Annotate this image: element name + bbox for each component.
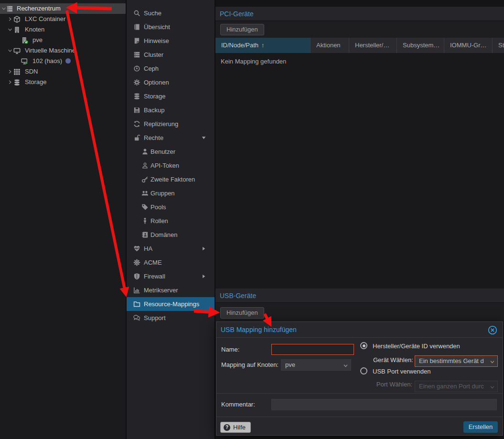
chat-icon: [133, 314, 140, 321]
menu-item-pools[interactable]: Pools: [127, 200, 214, 214]
usb-port-radio[interactable]: [360, 367, 367, 375]
chevron-down-icon[interactable]: [201, 135, 206, 140]
tree-item-storage[interactable]: Storage: [0, 77, 126, 87]
menu-item-label: Rechte: [144, 131, 163, 145]
port-combobox: Einen ganzen Port durc: [415, 381, 498, 392]
device-combobox[interactable]: Ein bestimmtes Gerät d: [415, 355, 498, 367]
comment-input[interactable]: [271, 399, 497, 410]
menu-item-label: HA: [144, 242, 152, 256]
chevron-down-icon[interactable]: [7, 27, 13, 32]
menu-item-rollen[interactable]: Rollen: [127, 214, 214, 228]
tree-item-label: 102 (haos): [32, 56, 71, 66]
menu-item-label: Ceph: [144, 62, 159, 75]
tag-dot: [65, 58, 71, 64]
tree-item-label: SDN: [25, 66, 38, 77]
chart-icon: [133, 287, 140, 294]
column-header-sta[interactable]: Sta: [493, 38, 504, 53]
pci-toolbar: Hinzufügen: [215, 21, 504, 38]
address-book-icon: [141, 231, 149, 238]
menu-item-label: ACME: [144, 256, 162, 269]
menu-item-label: Gruppen: [150, 186, 175, 200]
sync-icon: [133, 120, 140, 128]
chevron-right-icon[interactable]: [7, 16, 13, 22]
desktop-icon: [13, 47, 21, 54]
close-icon[interactable]: [488, 325, 497, 335]
tree-item-lxc-container[interactable]: LXC Container: [0, 14, 126, 24]
menu-item-cluster[interactable]: Cluster: [127, 48, 214, 62]
column-header-hersteller-[interactable]: Hersteller/…: [349, 38, 397, 53]
menu-item-optionen[interactable]: Optionen: [127, 75, 214, 89]
flower-icon: [133, 259, 140, 266]
menu-item-backup[interactable]: Backup: [127, 103, 214, 117]
menu-item-ha[interactable]: HA: [127, 242, 214, 256]
vendor-id-radio-label[interactable]: Hersteller/Geräte ID verwenden: [373, 341, 460, 352]
tree-item-sdn[interactable]: SDN: [0, 66, 126, 77]
menu-item-firewall[interactable]: Firewall: [127, 269, 214, 283]
pci-panel-title: PCI-Geräte: [220, 7, 254, 21]
tree-item-virtuelle-maschine[interactable]: Virtuelle Maschine: [0, 45, 126, 56]
device-label: Gerät Wählen:: [373, 355, 412, 365]
name-input[interactable]: [271, 344, 354, 355]
column-header-id-node-path[interactable]: ID/Node/Path↑: [215, 38, 311, 53]
usb-port-radio-label[interactable]: USB Port verwenden: [373, 366, 430, 377]
tree-item-knoten[interactable]: Knoten: [0, 24, 126, 35]
menu-item-benutzer[interactable]: Benutzer: [127, 145, 214, 159]
pci-table-header: ID/Node/Path↑AktionenHersteller/…Subsyst…: [215, 38, 504, 53]
vendor-id-radio[interactable]: [360, 342, 367, 349]
tree-item-rechenzentrum[interactable]: Rechenzentrum: [0, 3, 126, 14]
cube-icon: [13, 16, 21, 23]
person-icon: [141, 217, 149, 225]
gear-icon: [133, 79, 140, 86]
ceph-icon: [133, 65, 140, 72]
column-header-aktionen[interactable]: Aktionen: [311, 38, 349, 53]
dialog-title: USB Mapping hinzufügen: [221, 322, 297, 337]
column-header-subsystem-[interactable]: Subsystem…: [397, 38, 444, 53]
node-combobox-value: pve: [285, 361, 295, 368]
column-header-iommu-gr-[interactable]: IOMMU-Gr…: [444, 38, 493, 53]
usb-add-button[interactable]: Hinzufügen: [220, 307, 264, 319]
chevron-right-icon[interactable]: [7, 69, 13, 75]
chevron-right-icon[interactable]: [7, 79, 13, 85]
building-icon: [13, 26, 21, 33]
book-icon: [133, 23, 140, 31]
menu-item-gruppen[interactable]: Gruppen: [127, 186, 214, 200]
node-combobox[interactable]: pve: [281, 359, 351, 371]
menu-item-zweite-faktoren[interactable]: Zweite Faktoren: [127, 172, 214, 186]
menu-item--bersicht[interactable]: Übersicht: [127, 20, 214, 34]
menu-item-suche[interactable]: Suche: [127, 6, 214, 20]
chevron-right-icon[interactable]: [201, 274, 206, 279]
folder-icon: [133, 300, 140, 308]
menu-item-storage[interactable]: Storage: [127, 89, 214, 103]
help-button[interactable]: ?Hilfe: [220, 422, 251, 433]
unlock-icon: [133, 134, 140, 141]
menu-item-api-token[interactable]: API-Token: [127, 159, 214, 172]
usb-toolbar: Hinzufügen: [215, 303, 504, 321]
pci-empty-text: Kein Mapping gefunden: [221, 58, 286, 65]
menu-item-label: Zweite Faktoren: [150, 172, 195, 186]
usb-mapping-dialog: USB Mapping hinzufügen Name: Mapping auf…: [216, 321, 503, 436]
tree-item-pve[interactable]: pve: [0, 35, 126, 45]
tree-item-label: Virtuelle Maschine: [25, 45, 75, 56]
menu-item-dom-nen[interactable]: Domänen: [127, 228, 214, 242]
create-button[interactable]: Erstellen: [463, 421, 498, 433]
name-label: Name:: [221, 344, 239, 355]
menu-item-acme[interactable]: ACME: [127, 256, 214, 269]
tree-item-102-haos-[interactable]: 102 (haos): [0, 56, 126, 66]
pci-add-button[interactable]: Hinzufügen: [220, 24, 264, 35]
menu-item-resource-mappings[interactable]: Resource-Mappings: [127, 297, 214, 311]
menu-item-hinweise[interactable]: Hinweise: [127, 34, 214, 48]
menu-item-replizierung[interactable]: Replizierung: [127, 117, 214, 131]
menu-item-label: Benutzer: [150, 145, 175, 159]
tree-item-label: pve: [32, 35, 43, 45]
chevron-down-icon[interactable]: [7, 48, 13, 54]
menu-item-support[interactable]: Support: [127, 311, 214, 325]
menu-item-rechte[interactable]: Rechte: [127, 131, 214, 145]
tree-item-label: Rechenzentrum: [17, 3, 61, 14]
chevron-right-icon[interactable]: [201, 246, 206, 251]
menu-item-metrikserver[interactable]: Metrikserver: [127, 283, 214, 297]
menu-item-ceph[interactable]: Ceph: [127, 62, 214, 75]
menu-item-label: Support: [144, 311, 166, 325]
key-icon: [141, 176, 149, 183]
usb-panel-title: USB-Geräte: [220, 289, 256, 303]
dialog-header[interactable]: USB Mapping hinzufügen: [216, 322, 503, 338]
